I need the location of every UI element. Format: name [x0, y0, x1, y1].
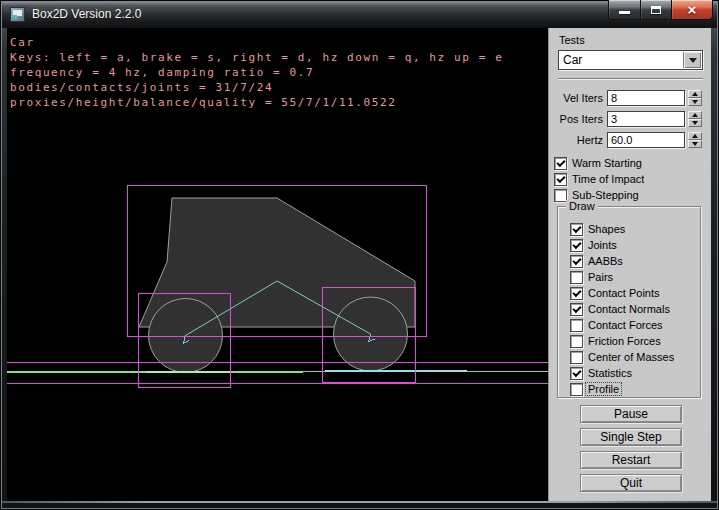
button-pause[interactable]: Pause — [580, 405, 682, 423]
debug-stats: CarKeys: left = a, brake = s, right = d,… — [10, 35, 503, 110]
debug-text-line: Car — [10, 35, 503, 50]
draw-group: Shapes Joints AABBs Pairs Contact Points… — [557, 206, 701, 398]
minimize-icon — [619, 11, 630, 14]
spinner-buttons[interactable] — [688, 111, 702, 127]
spinner-down-icon[interactable] — [688, 119, 702, 127]
checkbox-box[interactable] — [570, 255, 583, 268]
checkbox-label: Warm Starting — [572, 157, 642, 169]
check-icon — [572, 368, 581, 377]
spinner-label: Vel Iters — [563, 92, 603, 104]
checkbox-box[interactable] — [570, 239, 583, 252]
draw-group-title: Draw — [566, 200, 598, 212]
spinner-input[interactable]: 3 — [607, 111, 685, 127]
checkbox-label: Time of Impact — [572, 173, 644, 185]
checkbox-box[interactable] — [570, 303, 583, 316]
window-border-highlight — [2, 501, 717, 503]
checkbox-box[interactable] — [554, 173, 567, 186]
checkbox-pairs[interactable]: Pairs — [570, 270, 710, 286]
debug-text-line: frequency = 4 hz, damping ratio = 0.7 — [10, 65, 503, 80]
spinner-row-pos-iters: Pos Iters 3 — [549, 110, 712, 131]
separator — [558, 78, 703, 80]
checkbox-center-of-masses[interactable]: Center of Masses — [570, 350, 710, 366]
caption-buttons: × — [608, 0, 713, 20]
draw-checkboxes: Shapes Joints AABBs Pairs Contact Points… — [570, 222, 710, 398]
checkbox-label: Shapes — [588, 223, 625, 235]
app-window: Box2D Version 2.2.0 × C — [0, 0, 719, 510]
checkbox-label: Center of Masses — [588, 351, 674, 363]
check-icon — [572, 240, 581, 249]
spinner-down-icon[interactable] — [688, 98, 702, 106]
simulation-canvas[interactable]: CarKeys: left = a, brake = s, right = d,… — [7, 28, 548, 501]
checkbox-label: Contact Points — [588, 287, 660, 299]
checkbox-aabbs[interactable]: AABBs — [570, 254, 710, 270]
checkbox-contact-forces[interactable]: Contact Forces — [570, 318, 710, 334]
spinner-row-hertz: Hertz 60.0 — [549, 131, 712, 152]
checkbox-shapes[interactable]: Shapes — [570, 222, 710, 238]
window-title: Box2D Version 2.2.0 — [32, 2, 141, 28]
check-icon — [572, 288, 581, 297]
check-icon — [556, 174, 565, 183]
minimize-button[interactable] — [608, 0, 641, 20]
checkbox-box[interactable] — [570, 319, 583, 332]
close-button[interactable]: × — [671, 0, 713, 20]
button-restart[interactable]: Restart — [580, 451, 682, 469]
checkbox-box[interactable] — [570, 271, 583, 284]
spinner-label: Pos Iters — [560, 113, 603, 125]
checkbox-label: Pairs — [588, 271, 613, 283]
spinner-buttons[interactable] — [688, 90, 702, 106]
tests-dropdown[interactable]: Car — [558, 50, 703, 70]
checkbox-label: Contact Normals — [588, 303, 670, 315]
spinner-row-vel-iters: Vel Iters 8 — [549, 89, 712, 110]
spinner-up-icon[interactable] — [688, 111, 702, 119]
checkbox-joints[interactable]: Joints — [570, 238, 710, 254]
check-icon — [572, 256, 581, 265]
action-buttons: PauseSingle StepRestartQuit — [580, 405, 682, 497]
spinner-up-icon[interactable] — [688, 132, 702, 140]
check-icon — [572, 304, 581, 313]
spinner-list: Vel Iters 8 Pos Iters 3 Hertz 60.0 — [549, 89, 712, 152]
checkbox-contact-normals[interactable]: Contact Normals — [570, 302, 710, 318]
checkbox-time-of-impact[interactable]: Time of Impact — [554, 172, 694, 188]
checkbox-friction-forces[interactable]: Friction Forces — [570, 334, 710, 350]
debug-text-line: proxies/height/balance/quality = 55/7/1/… — [10, 95, 503, 110]
spinner-input[interactable]: 60.0 — [607, 132, 685, 148]
checkbox-statistics[interactable]: Statistics — [570, 366, 710, 382]
app-icon — [10, 7, 25, 22]
checkbox-label: Contact Forces — [588, 319, 663, 331]
debug-text-line: bodies/contacts/joints = 31/7/24 — [10, 80, 503, 95]
checkbox-label: AABBs — [588, 255, 623, 267]
checkbox-box[interactable] — [570, 383, 583, 396]
checkbox-warm-starting[interactable]: Warm Starting — [554, 156, 694, 172]
tests-label: Tests — [559, 34, 585, 46]
button-single-step[interactable]: Single Step — [580, 428, 682, 446]
close-icon: × — [688, 1, 697, 19]
checkbox-label: Profile — [586, 383, 621, 395]
checkbox-profile[interactable]: Profile — [570, 382, 710, 398]
button-quit[interactable]: Quit — [580, 474, 682, 492]
solver-checkboxes: Warm Starting Time of Impact Sub-Steppin… — [554, 156, 694, 204]
spinner-label: Hertz — [577, 134, 603, 146]
checkbox-box[interactable] — [570, 367, 583, 380]
maximize-icon — [651, 6, 661, 14]
chevron-down-icon[interactable] — [683, 52, 701, 68]
checkbox-box[interactable] — [554, 157, 567, 170]
spinner-down-icon[interactable] — [688, 140, 702, 148]
checkbox-box[interactable] — [570, 223, 583, 236]
debug-text-line: Keys: left = a, brake = s, right = d, hz… — [10, 50, 503, 65]
check-icon — [556, 158, 565, 167]
checkbox-label: Joints — [588, 239, 617, 251]
maximize-button[interactable] — [640, 0, 672, 20]
checkbox-contact-points[interactable]: Contact Points — [570, 286, 710, 302]
checkbox-box[interactable] — [570, 335, 583, 348]
checkbox-box[interactable] — [570, 287, 583, 300]
check-icon — [572, 224, 581, 233]
checkbox-label: Statistics — [588, 367, 632, 379]
tests-dropdown-value: Car — [563, 53, 582, 67]
spinner-up-icon[interactable] — [688, 90, 702, 98]
checkbox-box[interactable] — [570, 351, 583, 364]
spinner-input[interactable]: 8 — [607, 90, 685, 106]
control-panel: Tests Car Vel Iters 8 Pos Iters 3 Hertz … — [548, 28, 711, 501]
checkbox-label: Friction Forces — [588, 335, 661, 347]
spinner-buttons[interactable] — [688, 132, 702, 148]
